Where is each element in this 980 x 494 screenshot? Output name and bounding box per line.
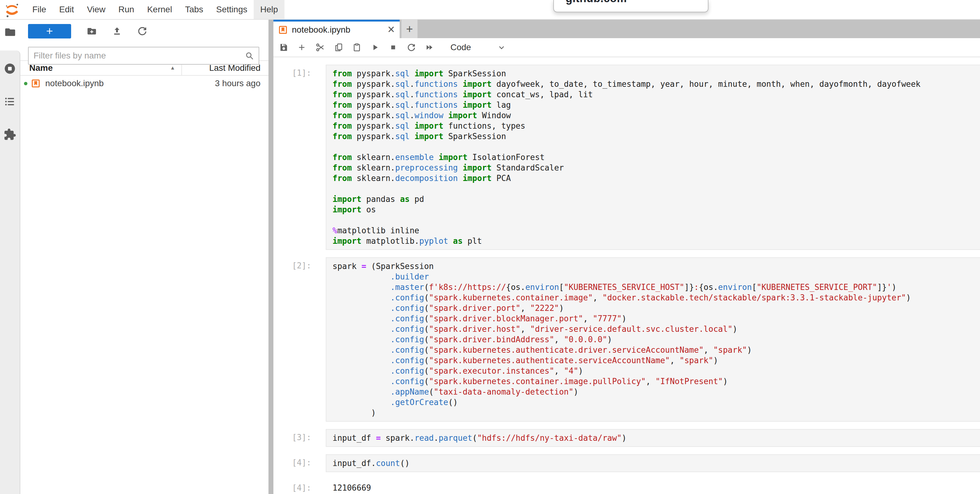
menu-item-settings[interactable]: Settings xyxy=(210,0,254,19)
folder-icon xyxy=(4,26,16,51)
notebook-cell: [1]:from pyspark.sql import SparkSession… xyxy=(274,65,980,250)
new-launcher-button[interactable] xyxy=(28,24,71,38)
menu-item-run[interactable]: Run xyxy=(112,0,141,19)
cell-prompt: [4]: xyxy=(274,480,326,494)
restart-button[interactable] xyxy=(407,43,416,52)
tab-notebook[interactable]: notebook.ipynb × xyxy=(274,20,399,38)
notebook-toolbar: Code xyxy=(274,38,980,57)
cell-editor[interactable]: from pyspark.sql import SparkSessionfrom… xyxy=(326,65,980,250)
sort-ascending-icon: ▲ xyxy=(170,65,181,71)
paste-button[interactable] xyxy=(352,43,361,52)
cell-editor[interactable]: input_df = spark.read.parquet("hdfs://hd… xyxy=(326,429,980,447)
menu-item-file[interactable]: File xyxy=(26,0,52,19)
file-list: notebook.ipynb3 hours ago xyxy=(20,76,269,91)
close-tab-icon[interactable]: × xyxy=(388,23,395,35)
main-area: notebook.ipynb × + Code [1]:from pyspark… xyxy=(274,20,980,494)
copy-button[interactable] xyxy=(334,43,343,52)
table-of-contents-icon[interactable] xyxy=(4,95,16,108)
notebook-icon xyxy=(31,79,40,88)
add-button[interactable] xyxy=(297,43,306,52)
cell-editor[interactable]: input_df.count() xyxy=(326,454,980,472)
new-tab-button[interactable]: + xyxy=(401,20,417,38)
restart-icon xyxy=(407,43,416,52)
stop-icon xyxy=(388,43,398,52)
cut-button[interactable] xyxy=(315,43,325,52)
new-launcher-icon xyxy=(45,26,54,36)
panel-resize-handle[interactable] xyxy=(269,20,274,494)
tab-bar: notebook.ipynb × + xyxy=(274,20,980,38)
notebook-toolbar-icons xyxy=(279,43,434,52)
save-button[interactable] xyxy=(279,43,288,52)
file-browser-actions xyxy=(28,24,269,38)
running-kernels-icon[interactable] xyxy=(3,62,16,75)
cut-icon xyxy=(315,43,325,52)
add-icon xyxy=(297,43,306,52)
notebook-cells: [1]:from pyspark.sql import SparkSession… xyxy=(274,65,980,494)
save-icon xyxy=(279,43,288,52)
copy-icon xyxy=(334,43,343,52)
search-icon xyxy=(245,51,254,60)
menu-bar: FileEditViewRunKernelTabsSettingsHelp xyxy=(0,0,980,20)
kernel-running-dot xyxy=(24,82,27,85)
github-tooltip-popup: github.com xyxy=(553,0,708,12)
file-name: notebook.ipynb xyxy=(45,78,215,88)
menu-item-edit[interactable]: Edit xyxy=(52,0,80,19)
notebook-cell: [3]:input_df = spark.read.parquet("hdfs:… xyxy=(274,429,980,447)
file-filter-box xyxy=(28,47,259,65)
activity-bar-rest xyxy=(0,51,20,494)
cell-prompt: [3]: xyxy=(274,429,326,447)
file-row[interactable]: notebook.ipynb3 hours ago xyxy=(20,76,269,91)
fast-forward-icon xyxy=(425,43,434,52)
cell-output: 12106669 xyxy=(326,480,980,494)
menu-item-view[interactable]: View xyxy=(80,0,112,19)
file-filter-input[interactable] xyxy=(29,51,245,60)
new-folder-button[interactable] xyxy=(86,26,97,37)
notebook-cell: [4]:input_df.count() xyxy=(274,454,980,472)
run-icon xyxy=(371,43,380,52)
file-last-modified: 3 hours ago xyxy=(215,78,269,88)
upload-button[interactable] xyxy=(112,26,122,37)
new-folder-icon xyxy=(86,26,97,37)
jupyterlab-root: { "colors": { "accent_blue": "#1976d2", … xyxy=(0,0,980,494)
sidebar-tab-filebrowser[interactable] xyxy=(0,20,20,51)
jupyter-logo-icon xyxy=(5,2,19,18)
menu-item-help[interactable]: Help xyxy=(254,0,285,19)
fast-forward-button[interactable] xyxy=(425,43,434,52)
run-button[interactable] xyxy=(371,43,380,52)
file-browser-panel: / notebook / Name ▲ Last Modified notebo… xyxy=(20,20,269,494)
stop-button[interactable] xyxy=(388,43,398,52)
tab-label: notebook.ipynb xyxy=(292,25,383,35)
notebook-icon xyxy=(278,25,288,35)
activity-bar xyxy=(0,20,20,494)
notebook-cell: [2]:spark = (SparkSession .builder .mast… xyxy=(274,257,980,422)
popup-text: github.com xyxy=(566,0,627,5)
cell-prompt: [4]: xyxy=(274,454,326,472)
chevron-down-icon[interactable] xyxy=(497,43,506,52)
menu-item-kernel[interactable]: Kernel xyxy=(141,0,178,19)
paste-icon xyxy=(352,43,361,52)
extensions-puzzle-icon[interactable] xyxy=(3,128,16,141)
menu-item-tabs[interactable]: Tabs xyxy=(178,0,210,19)
cell-editor[interactable]: spark = (SparkSession .builder .master(f… xyxy=(326,257,980,422)
menu-items: FileEditViewRunKernelTabsSettingsHelp xyxy=(26,0,285,19)
cell-output-row: [4]:12106669 xyxy=(274,480,980,494)
refresh-icon xyxy=(137,26,148,37)
cell-prompt: [1]: xyxy=(274,65,326,250)
cell-prompt: [2]: xyxy=(274,257,326,422)
refresh-button[interactable] xyxy=(137,26,148,37)
cell-type-dropdown[interactable]: Code xyxy=(450,43,471,52)
upload-icon xyxy=(112,26,122,37)
notebook-content: [1]:from pyspark.sql import SparkSession… xyxy=(274,57,980,494)
